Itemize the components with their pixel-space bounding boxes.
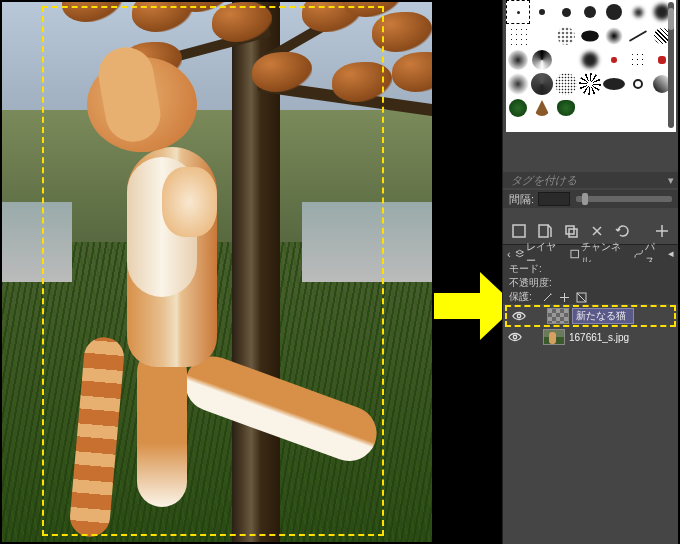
lock-row: 保護: [503,290,678,304]
svg-rect-4 [571,250,579,258]
tag-placeholder: タグを付ける [511,173,577,188]
layer-name-label: 167661_s.jpg [569,332,629,343]
svg-rect-0 [513,225,525,237]
refresh-brush-icon[interactable] [613,223,633,239]
brush-preset[interactable] [506,72,530,96]
svg-point-6 [517,314,521,318]
spacing-input[interactable] [538,192,570,206]
edit-brush-icon[interactable] [509,223,529,239]
brush-preset[interactable] [578,72,602,96]
canvas-content [2,2,432,542]
docker-menu-icon[interactable]: ◂ [668,247,674,260]
brush-picker[interactable] [506,0,676,132]
brush-preset[interactable] [554,48,578,72]
spacing-row: 間隔: [503,190,678,208]
brush-preset[interactable] [554,24,578,48]
brush-preset[interactable] [530,72,554,96]
brush-preset[interactable] [602,48,626,72]
new-brush-icon[interactable] [535,223,555,239]
layer-thumbnail [543,329,565,345]
svg-point-7 [513,335,517,339]
brush-preset[interactable] [554,96,578,120]
brush-preset[interactable] [602,72,626,96]
mode-row[interactable]: モード: [503,262,678,276]
brush-preset[interactable] [578,24,602,48]
brush-preset[interactable] [554,72,578,96]
layers-list: 新たなる猫 167661_s.jpg [503,305,678,347]
svg-rect-1 [539,225,548,237]
opacity-label: 不透明度: [509,276,552,290]
docker-tabs: ‹ レイヤー チャンネル パス ◂ [503,244,678,262]
lock-position-icon[interactable] [559,292,570,303]
canvas[interactable] [2,2,432,542]
brush-preset[interactable] [626,0,650,24]
layer-thumbnail [547,308,569,324]
brush-preset[interactable] [578,0,602,24]
brush-preset[interactable] [506,24,530,48]
brush-preset[interactable] [506,96,530,120]
opacity-row[interactable]: 不透明度: [503,276,678,290]
visibility-toggle[interactable] [511,308,527,324]
mode-label: モード: [509,262,542,276]
tag-menu-icon[interactable]: ▾ [668,174,674,187]
brush-preset[interactable] [578,48,602,72]
link-toggle[interactable] [531,308,543,324]
brush-tool-row [503,222,678,240]
brush-preset[interactable] [626,72,650,96]
right-dock: タグを付ける ▾ 間隔: ‹ レイヤー チャンネル パス ◂ モード [502,0,678,544]
spacing-slider[interactable] [576,196,672,202]
svg-rect-3 [569,229,577,237]
brush-preset[interactable] [530,96,554,120]
lock-label: 保護: [509,290,532,304]
lock-alpha-icon[interactable] [576,292,587,303]
duplicate-brush-icon[interactable] [561,223,581,239]
svg-rect-2 [566,226,574,234]
layer-row[interactable]: 167661_s.jpg [503,327,678,347]
brush-zoom-icon[interactable] [652,223,672,239]
lock-pixels-icon[interactable] [542,292,553,303]
brush-preset[interactable] [626,48,650,72]
layer-name-input[interactable]: 新たなる猫 [573,309,633,323]
brush-preset[interactable] [506,0,530,24]
layer-row[interactable]: 新たなる猫 [505,305,676,327]
brush-scrollbar[interactable] [668,2,674,128]
brush-preset[interactable] [530,48,554,72]
brush-preset[interactable] [602,0,626,24]
brush-preset[interactable] [530,24,554,48]
brush-preset[interactable] [530,0,554,24]
brush-preset[interactable] [626,24,650,48]
dock-collapse-icon[interactable]: ‹ [507,248,511,260]
visibility-toggle[interactable] [507,329,523,345]
tag-filter-row[interactable]: タグを付ける ▾ [503,172,678,188]
brush-preset[interactable] [602,24,626,48]
brush-preset[interactable] [506,48,530,72]
spacing-label: 間隔: [509,192,534,207]
link-toggle[interactable] [527,329,539,345]
brush-preset[interactable] [554,0,578,24]
delete-brush-icon[interactable] [587,223,607,239]
